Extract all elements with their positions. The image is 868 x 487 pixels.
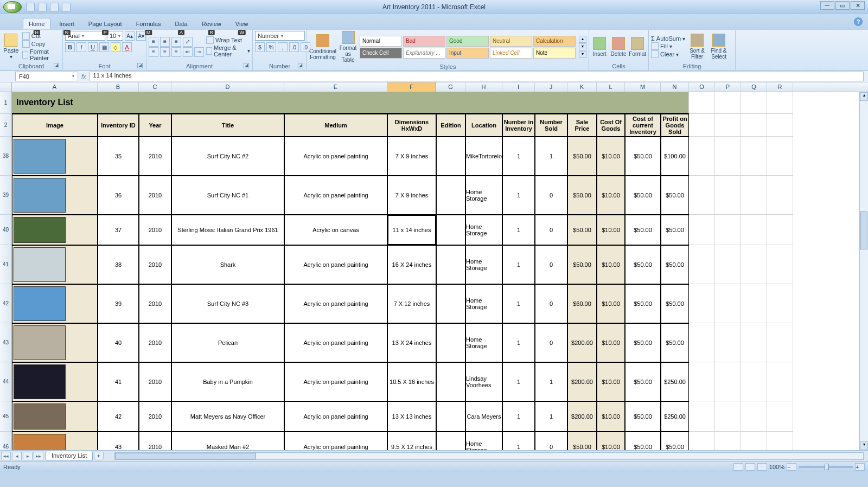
cell[interactable]: Shark [171,245,284,284]
column-header-K[interactable]: K [567,82,597,92]
gallery-more-button[interactable]: ▾ [579,51,586,58]
page-break-view-button[interactable] [757,463,767,471]
cell[interactable] [436,284,465,323]
cell[interactable]: Year [139,114,171,137]
cell[interactable]: Lindsay Voorhees [465,362,502,401]
cell[interactable]: 0 [535,245,567,284]
style-linked-cell[interactable]: Linked Cell [490,48,532,59]
cell[interactable]: $10.00 [597,245,625,284]
cell[interactable]: $250.00 [661,401,689,432]
clear-button[interactable]: Clear ▾ [651,50,685,58]
cell[interactable]: Acrylic on panel painting [284,432,387,450]
column-header-I[interactable]: I [502,82,535,92]
column-header-B[interactable]: B [98,82,139,92]
cell[interactable]: 42 [98,401,139,432]
align-middle-button[interactable]: ≡ [160,37,170,47]
row-header-40[interactable]: 40 [0,215,12,245]
cell[interactable]: Surf City NC #3 [171,284,284,323]
cell[interactable]: Inventory ID [98,114,139,137]
hscroll-thumb[interactable] [115,453,256,459]
cell[interactable]: $50.00 [567,245,597,284]
cell[interactable]: Edition [436,114,465,137]
cell[interactable]: $10.00 [597,401,625,432]
cell[interactable]: 36 [98,176,139,215]
align-top-button[interactable]: ≡ [149,37,158,47]
cell[interactable]: 11 x 14 inches [387,215,436,245]
tab-view[interactable]: ViewW [230,18,254,29]
cell[interactable]: 2010 [139,401,171,432]
number-format-combo[interactable]: Number▾ [255,31,305,41]
style-neutral[interactable]: Neutral [490,36,532,47]
cell[interactable]: Number Sold [535,114,567,137]
cell[interactable]: 0 [535,176,567,215]
cell[interactable]: 0 [535,432,567,450]
align-right-button[interactable]: ≡ [171,47,181,57]
cell[interactable]: Profit on Goods Sold [661,114,689,137]
row-header-39[interactable]: 39 [0,176,12,215]
align-bottom-button[interactable]: ≡ [171,37,181,47]
grow-font-button[interactable]: A▴ [125,31,135,41]
cell[interactable]: 39 [98,284,139,323]
tab-data[interactable]: DataA [169,18,193,29]
cell[interactable]: 2010 [139,176,171,215]
wrap-text-button[interactable]: Wrap Text [206,36,250,44]
column-header-D[interactable]: D [171,82,284,92]
cell[interactable]: Home Storage [465,176,502,215]
cell[interactable] [436,432,465,450]
font-dialog-launcher[interactable]: ◢ [137,63,143,68]
format-cells-button[interactable]: Format [629,37,646,57]
italic-button[interactable]: I [76,42,86,52]
maximize-button[interactable]: ▭ [835,1,850,10]
cell[interactable]: 37 [98,215,139,245]
style-normal[interactable]: Normal [360,36,402,47]
select-all-corner[interactable] [0,82,12,92]
cell[interactable]: 2010 [139,215,171,245]
office-button[interactable] [3,1,22,13]
cell[interactable]: 7 X 12 inches [387,284,436,323]
qat-more-icon[interactable] [62,3,71,11]
style-good[interactable]: Good [446,36,489,47]
cell[interactable] [436,323,465,362]
cell[interactable]: 2010 [139,284,171,323]
cell[interactable]: 0 [535,215,567,245]
inventory-title[interactable]: Inventory List [12,92,689,114]
cell[interactable]: $50.00 [625,215,661,245]
tab-nav-next[interactable]: ▸ [23,452,33,460]
worksheet-tab-inventory[interactable]: Inventory List [46,451,93,460]
format-painter-button[interactable]: Format Painter [22,48,60,61]
help-icon[interactable]: ? [854,17,863,26]
tab-nav-first[interactable]: ◂◂ [1,452,11,460]
cell[interactable] [12,432,98,450]
scroll-up-button[interactable]: ▴ [860,92,868,101]
page-layout-view-button[interactable] [745,463,755,471]
tab-nav-prev[interactable]: ◂ [12,452,22,460]
column-header-C[interactable]: C [139,82,171,92]
cell[interactable]: Acrylic on panel painting [284,401,387,432]
cell[interactable]: $50.00 [625,245,661,284]
cell[interactable] [436,215,465,245]
cut-button[interactable]: Cut [22,32,60,40]
cell[interactable]: Image [12,114,98,137]
cell[interactable]: 40 [98,323,139,362]
cell[interactable] [12,176,98,215]
increase-indent-button[interactable]: ⇥ [194,47,204,57]
cell[interactable]: $10.00 [597,284,625,323]
cell[interactable]: 2010 [139,137,171,176]
tab-insert[interactable]: InsertN [54,18,80,29]
cell[interactable]: $50.00 [625,323,661,362]
close-button[interactable]: ✕ [851,1,865,10]
row-header-43[interactable]: 43 [0,323,12,362]
spreadsheet-grid[interactable]: ABCDEFGHIJKLMNOPQR 1Inventory List2Image… [0,82,868,450]
cell[interactable]: 2010 [139,245,171,284]
gallery-up-button[interactable]: ▴ [579,36,586,43]
cell[interactable]: $10.00 [597,137,625,176]
cell[interactable]: 38 [98,245,139,284]
increase-decimal-button[interactable]: .0 [289,42,299,52]
cell[interactable] [12,401,98,432]
vscroll-thumb[interactable] [860,212,867,249]
merge-center-button[interactable]: Merge & Center ▾ [206,44,250,57]
cell[interactable]: $10.00 [597,323,625,362]
percent-button[interactable]: % [266,42,276,52]
cell[interactable]: $250.00 [661,362,689,401]
align-left-button[interactable]: ≡ [149,47,158,57]
